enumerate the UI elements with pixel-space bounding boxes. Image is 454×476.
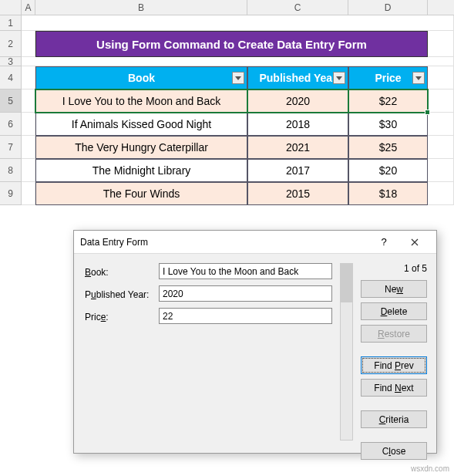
row-header-8[interactable]: 8 [0,159,22,182]
data-entry-form-dialog: Data Entry Form ? Book: Published Year: … [73,230,437,454]
cell-year[interactable]: 2017 [247,159,348,182]
cell-price[interactable]: $20 [348,159,428,182]
year-field[interactable] [159,285,332,302]
filter-dropdown-icon[interactable] [232,72,244,84]
row-header-1[interactable]: 1 [0,15,22,31]
cell-year[interactable]: 2020 [247,89,348,113]
row-header-4[interactable]: 4 [0,66,22,89]
empty-cell[interactable] [22,66,35,89]
col-header-blank [428,0,454,15]
find-prev-button[interactable]: Find Prev [361,356,427,374]
cell-price[interactable]: $30 [348,113,428,136]
row-header-2[interactable]: 2 [0,31,22,57]
dialog-body: Book: Published Year: Price: 1 of 5 New … [74,254,436,469]
close-button[interactable]: Close [361,442,427,460]
record-scrollbar[interactable] [340,263,353,441]
cell-year[interactable]: 2021 [247,136,348,159]
cell-price[interactable]: $18 [348,182,428,205]
row-header-3[interactable]: 3 [0,57,22,66]
col-header-b[interactable]: B [35,0,247,15]
fill-handle[interactable] [425,110,430,115]
price-label: Price: [85,308,154,326]
empty-cell[interactable] [428,182,454,205]
empty-cell[interactable] [428,89,454,113]
dialog-titlebar[interactable]: Data Entry Form ? [74,231,436,254]
empty-cell[interactable] [22,57,454,66]
criteria-button[interactable]: Criteria [361,410,427,428]
empty-cell[interactable] [428,159,454,182]
col-header-c[interactable]: C [247,0,348,15]
empty-cell[interactable] [22,182,35,205]
empty-cell[interactable] [22,136,35,159]
empty-cell[interactable] [428,31,454,57]
empty-cell[interactable] [428,66,454,89]
empty-cell[interactable] [22,159,35,182]
new-button[interactable]: New [361,280,427,298]
empty-cell[interactable] [22,31,35,57]
empty-cell[interactable] [22,113,35,136]
table-header-year[interactable]: Published Year [247,66,348,89]
price-field[interactable] [159,308,332,324]
book-label: Book: [85,263,154,282]
row-header-6[interactable]: 6 [0,113,22,136]
cell-price[interactable]: $25 [348,136,428,159]
dialog-buttons: 1 of 5 New Delete Restore Find Prev Find… [361,263,427,460]
empty-cell[interactable] [22,15,454,31]
help-button[interactable]: ? [368,231,399,254]
book-field[interactable] [159,263,332,279]
empty-cell[interactable] [428,113,454,136]
scrollbar-thumb[interactable] [341,264,352,302]
watermark: wsxdn.com [411,464,449,473]
filter-dropdown-icon[interactable] [412,72,425,84]
table-header-book[interactable]: Book [35,66,247,89]
row-header-5[interactable]: 5 [0,89,22,113]
cell-year[interactable]: 2015 [247,182,348,205]
cell-book[interactable]: If Animals Kissed Good Night [35,113,247,136]
cell-book[interactable]: I Love You to the Moon and Back [35,89,247,113]
filter-dropdown-icon[interactable] [333,72,345,84]
cell-price[interactable]: $22 [348,89,428,113]
dialog-title: Data Entry Form [80,237,368,248]
cell-book[interactable]: The Midnight Library [35,159,247,182]
header-label: Book [128,72,155,84]
form-fields: Book: Published Year: Price: [85,263,332,460]
row-header-7[interactable]: 7 [0,136,22,159]
restore-button: Restore [361,325,427,343]
year-label: Published Year: [85,285,154,304]
empty-cell[interactable] [22,89,35,113]
col-header-d[interactable]: D [348,0,428,15]
cell-book[interactable]: The Four Winds [35,182,247,205]
header-label: Published Year [259,72,336,84]
cell-book[interactable]: The Very Hungry Caterpillar [35,136,247,159]
row-header-9[interactable]: 9 [0,182,22,205]
close-icon[interactable] [399,231,430,254]
table-header-price[interactable]: Price [348,66,428,89]
cell-year[interactable]: 2018 [247,113,348,136]
select-all-corner[interactable] [0,0,22,15]
record-counter: 1 of 5 [361,263,427,275]
empty-cell[interactable] [428,136,454,159]
delete-button[interactable]: Delete [361,302,427,320]
col-header-a[interactable]: A [22,0,35,15]
header-label: Price [375,72,401,84]
find-next-button[interactable]: Find Next [361,379,427,397]
page-title: Using Form Command to Create Data Entry … [35,31,428,57]
spreadsheet-grid: A B C D 1 2 Using Form Command to Create… [0,0,454,205]
